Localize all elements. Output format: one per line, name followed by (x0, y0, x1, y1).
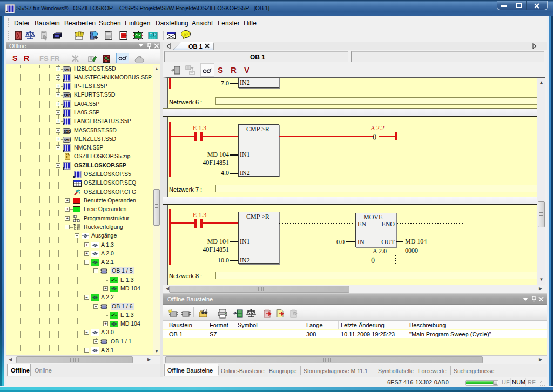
svg-text:S5D: S5D (64, 130, 71, 133)
svg-text:S5D: S5D (64, 94, 71, 98)
svg-text:S5D: S5D (64, 68, 71, 72)
svg-text:S5D: S5D (64, 138, 71, 142)
svg-text:OB 1: OB 1 (188, 43, 203, 50)
